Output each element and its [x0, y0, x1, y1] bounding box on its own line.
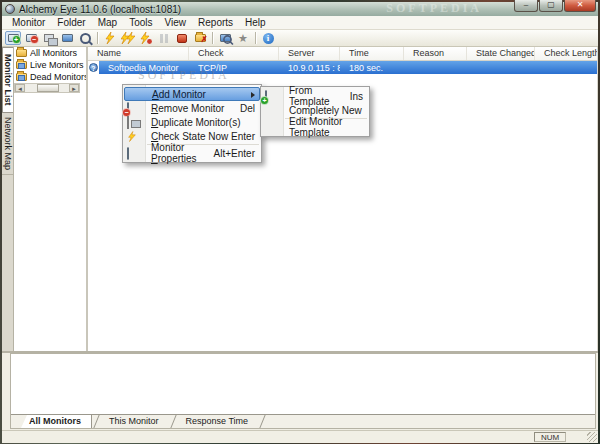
- menu-monitor[interactable]: Monitor: [6, 17, 51, 28]
- column-header-state-changed[interactable]: State Changed: [467, 47, 535, 60]
- softpedia-watermark-row: SOFTPEDIA: [138, 68, 230, 83]
- add-monitor-submenu: + From Template Ins Completely New Edit …: [260, 86, 370, 137]
- maximize-button[interactable]: ▢: [539, 0, 563, 12]
- report-panel: All Monitors This Monitor Response Time: [10, 353, 596, 429]
- table-header: Name Check Server Time Reason State Chan…: [88, 47, 597, 61]
- menu-bar: Monitor Folder Map Tools View Reports He…: [2, 16, 598, 30]
- monitor-properties-icon: [127, 148, 129, 159]
- column-header-name[interactable]: Name: [88, 47, 189, 60]
- tab-this-monitor[interactable]: This Monitor: [101, 415, 169, 428]
- cell-server: 10.9.0.115 : 80: [279, 61, 340, 74]
- menu-item-check-state-now[interactable]: Check State Now Enter: [123, 129, 261, 143]
- clear-folder-icon[interactable]: ✗: [192, 31, 208, 45]
- column-header-reason[interactable]: Reason: [404, 47, 467, 60]
- find-icon[interactable]: [77, 31, 93, 45]
- check-now-icon: [127, 131, 137, 142]
- menu-item-duplicate-monitor[interactable]: Duplicate Monitor(s): [123, 115, 261, 129]
- cell-time: 180 sec.: [340, 61, 404, 74]
- side-tab-strip: Monitor List Network Map: [2, 47, 14, 351]
- menu-help[interactable]: Help: [239, 17, 272, 28]
- toolbar-separator: [255, 32, 256, 44]
- submenu-arrow-icon: [251, 92, 255, 98]
- toolbar-separator: [212, 32, 213, 44]
- tab-monitor-list[interactable]: Monitor List: [2, 47, 13, 113]
- window-body: Monitor Folder Map Tools View Reports He…: [2, 16, 598, 440]
- add-monitor-icon: +: [265, 91, 267, 102]
- menu-map[interactable]: Map: [92, 17, 123, 28]
- about-info-icon[interactable]: i: [260, 31, 276, 45]
- pause-icon[interactable]: [156, 31, 172, 45]
- sidebar-item-dead-monitors[interactable]: Dead Monitors: [14, 71, 86, 83]
- toolbar-separator: [97, 32, 98, 44]
- scroll-right-arrow-icon[interactable]: ►: [69, 84, 79, 92]
- cell-state-changed: [467, 61, 535, 74]
- minimize-button[interactable]: –: [514, 0, 538, 12]
- context-menu: Add Monitor − Remove Monitor Del Duplica…: [122, 84, 262, 163]
- resize-grip[interactable]: [587, 432, 597, 442]
- menu-folder[interactable]: Folder: [51, 17, 91, 28]
- remove-monitor-icon[interactable]: −: [23, 31, 39, 45]
- menu-item-add-monitor[interactable]: Add Monitor: [124, 87, 260, 101]
- add-monitor-icon[interactable]: +: [5, 31, 21, 45]
- tab-divider: [259, 415, 265, 428]
- submenu-item-completely-new[interactable]: Completely New: [261, 103, 369, 117]
- sidebar-horizontal-scrollbar[interactable]: ◄ ►: [14, 83, 80, 93]
- menu-tools[interactable]: Tools: [123, 17, 158, 28]
- column-header-check[interactable]: Check: [189, 47, 279, 60]
- status-bar: NUM: [2, 430, 598, 443]
- scroll-left-arrow-icon[interactable]: ◄: [15, 84, 25, 92]
- unknown-question-icon: ?: [89, 63, 98, 72]
- cell-check-length: [535, 61, 597, 74]
- tab-divider: [93, 415, 99, 428]
- softpedia-watermark-title: SOFTPEDIA: [386, 1, 482, 16]
- num-lock-indicator: NUM: [534, 432, 566, 442]
- column-header-server[interactable]: Server: [279, 47, 340, 60]
- folder-monitor-icon: [16, 61, 27, 69]
- check-urgent-icon[interactable]: [138, 31, 154, 45]
- menu-view[interactable]: View: [159, 17, 193, 28]
- submenu-item-edit-monitor-template[interactable]: Edit Monitor Template: [261, 120, 369, 134]
- sidebar-item-all-monitors[interactable]: All Monitors: [14, 47, 86, 59]
- cell-reason: [404, 61, 467, 74]
- folder-monitor-icon: [16, 73, 27, 81]
- scrollbar-thumb[interactable]: [37, 84, 59, 92]
- folder-sidebar: All Monitors Live Monitors Dead Monitors…: [14, 47, 86, 351]
- menu-item-monitor-properties[interactable]: Monitor Properties Alt+Enter: [123, 146, 261, 160]
- folder-icon: [16, 49, 27, 57]
- tab-divider: [170, 415, 176, 428]
- sidebar-item-live-monitors[interactable]: Live Monitors: [14, 59, 86, 71]
- duplicate-monitor-icon[interactable]: [41, 31, 57, 45]
- window-controls: – ▢ ✕: [513, 0, 596, 12]
- monitor-properties-icon[interactable]: [59, 31, 75, 45]
- title-bar: Alchemy Eye 11.0.6 (localhost:1081): [2, 2, 598, 17]
- tab-all-monitors[interactable]: All Monitors: [21, 415, 92, 428]
- stop-icon[interactable]: [174, 31, 190, 45]
- report-tab-strip: All Monitors This Monitor Response Time: [11, 414, 595, 428]
- submenu-item-from-template[interactable]: + From Template Ins: [261, 89, 369, 103]
- column-header-check-length[interactable]: Check Length: [535, 47, 597, 60]
- tab-response-time[interactable]: Response Time: [178, 415, 259, 428]
- close-button[interactable]: ✕: [564, 0, 596, 12]
- check-all-now-icon[interactable]: [120, 31, 136, 45]
- screenshot-root: { "window": { "title": "Alchemy Eye 11.0…: [0, 0, 600, 444]
- app-eye-icon: [5, 4, 15, 14]
- duplicate-monitor-icon: [127, 117, 129, 128]
- view-monitor-icon[interactable]: [217, 31, 233, 45]
- window-title: Alchemy Eye 11.0.6 (localhost:1081): [19, 4, 181, 15]
- tab-network-map[interactable]: Network Map: [2, 113, 13, 175]
- remove-monitor-icon: −: [127, 103, 129, 114]
- check-now-icon[interactable]: [102, 31, 118, 45]
- menu-item-remove-monitor[interactable]: − Remove Monitor Del: [123, 101, 261, 115]
- column-header-time[interactable]: Time: [340, 47, 404, 60]
- tools-icon[interactable]: ★: [235, 31, 251, 45]
- toolbar: + − ✗ ★ i: [2, 30, 598, 47]
- menu-reports[interactable]: Reports: [192, 17, 239, 28]
